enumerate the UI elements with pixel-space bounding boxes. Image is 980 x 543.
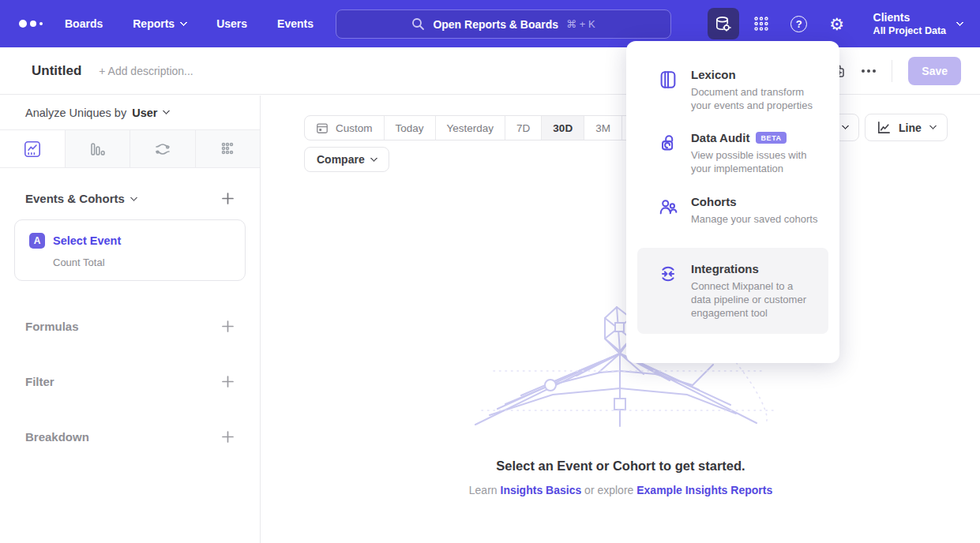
- events-cohorts-label: Events & Cohorts: [25, 192, 125, 205]
- tab-bar-chart[interactable]: [65, 130, 130, 167]
- calendar-icon: [316, 122, 329, 134]
- add-description-field[interactable]: + Add description...: [99, 65, 193, 77]
- search-icon: [411, 17, 425, 31]
- chart-type-tabs: [0, 130, 260, 168]
- tab-metrics-grid[interactable]: [195, 130, 261, 167]
- integrations-title: Integrations: [691, 262, 759, 275]
- plus-icon: [221, 375, 235, 388]
- analyze-uniques-row: Analyze Uniques by User: [0, 95, 260, 130]
- navbar-right: ? ⚙ Clients All Project Data: [708, 0, 980, 47]
- date-range-control: Custom Today Yesterday 7D 30D 3M 6M: [304, 115, 660, 140]
- flow-chart-icon: [153, 140, 172, 159]
- date-today-button[interactable]: Today: [384, 116, 435, 140]
- event-card[interactable]: A Select Event Count Total: [14, 219, 246, 281]
- project-subtitle: All Project Data: [873, 24, 946, 37]
- search-shortcut: ⌘ + K: [566, 18, 595, 30]
- menu-item-integrations[interactable]: Integrations Connect Mixpanel to a data …: [637, 248, 828, 334]
- subtext-prefix: Learn: [469, 484, 501, 496]
- events-cohorts-header[interactable]: Events & Cohorts: [25, 192, 137, 205]
- report-title[interactable]: Untitled: [32, 63, 81, 79]
- chart-style-dropdown[interactable]: Line: [865, 114, 948, 141]
- nav-reports[interactable]: Reports: [133, 17, 186, 30]
- date-3m-button[interactable]: 3M: [584, 116, 621, 140]
- search-placeholder: Open Reports & Boards: [433, 18, 558, 31]
- menu-item-cohorts[interactable]: Cohorts Manage your saved cohorts: [626, 195, 839, 226]
- project-selector[interactable]: Clients All Project Data: [873, 11, 963, 37]
- add-breakdown-button[interactable]: [221, 430, 235, 444]
- subtext-middle: or explore: [581, 484, 636, 496]
- nav-reports-label: Reports: [133, 17, 175, 30]
- data-audit-title: Data Audit: [691, 131, 749, 144]
- date-30d-button[interactable]: 30D: [541, 116, 584, 140]
- example-reports-link[interactable]: Example Insights Reports: [636, 484, 772, 496]
- analyze-prefix: Analyze Uniques by: [25, 107, 126, 119]
- mixpanel-insights-app: Boards Reports Users Events Open Reports…: [0, 0, 980, 543]
- add-formula-button[interactable]: [221, 320, 235, 333]
- data-management-button[interactable]: [708, 8, 739, 39]
- date-7d-button[interactable]: 7D: [505, 116, 541, 140]
- lexicon-description: Document and transform your events and p…: [691, 85, 824, 112]
- nav-users[interactable]: Users: [216, 17, 247, 30]
- tab-insights-line[interactable]: [0, 130, 65, 167]
- nav-boards[interactable]: Boards: [65, 17, 103, 30]
- plus-icon: [221, 430, 235, 444]
- insights-chart-icon: [23, 140, 42, 159]
- compare-label: Compare: [317, 153, 365, 166]
- empty-state-heading: Select an Event or Cohort to get started…: [261, 459, 980, 474]
- more-menu-button[interactable]: [862, 69, 876, 73]
- nav-users-label: Users: [216, 17, 247, 30]
- compare-dropdown[interactable]: Compare: [304, 147, 389, 172]
- analyze-value: User: [132, 107, 157, 119]
- help-button[interactable]: ?: [783, 8, 815, 39]
- chevron-down-icon: [130, 194, 137, 202]
- menu-item-data-audit[interactable]: Data Audit BETA View possible issues wit…: [626, 131, 839, 175]
- date-yesterday-button[interactable]: Yesterday: [435, 116, 505, 140]
- date-custom-label: Custom: [336, 122, 373, 134]
- chevron-down-icon: [163, 107, 171, 115]
- date-custom-button[interactable]: Custom: [305, 116, 384, 140]
- query-sidebar: Analyze Uniques by User: [0, 95, 261, 543]
- analyze-by-dropdown[interactable]: User: [132, 107, 169, 119]
- nav-events-label: Events: [277, 17, 314, 30]
- chevron-down-icon: [370, 154, 377, 162]
- chevron-down-icon: [180, 18, 188, 26]
- count-total-label[interactable]: Count Total: [53, 257, 231, 268]
- bar-chart-icon: [88, 140, 107, 159]
- nav-boards-label: Boards: [65, 17, 103, 30]
- data-audit-description: View possible issues with your implement…: [691, 148, 824, 175]
- breakdown-label: Breakdown: [25, 430, 89, 444]
- save-button[interactable]: Save: [908, 57, 961, 85]
- integrations-description: Connect Mixpanel to a data pipeline or c…: [691, 279, 816, 320]
- divider: [892, 60, 892, 82]
- top-navbar: Boards Reports Users Events Open Reports…: [0, 0, 980, 47]
- chevron-down-icon: [929, 122, 937, 130]
- menu-item-lexicon[interactable]: Lexicon Document and transform your even…: [626, 68, 839, 112]
- add-event-button[interactable]: [221, 192, 235, 205]
- cohorts-title: Cohorts: [691, 195, 737, 208]
- line-chart-icon: [877, 120, 892, 135]
- event-series-badge: A: [29, 233, 45, 249]
- plus-icon: [221, 192, 235, 205]
- nav-events[interactable]: Events: [277, 17, 314, 30]
- data-management-menu: Lexicon Document and transform your even…: [626, 41, 839, 363]
- search-input[interactable]: Open Reports & Boards ⌘ + K: [336, 9, 671, 39]
- add-filter-button[interactable]: [221, 375, 235, 388]
- integrations-sync-icon: [658, 264, 678, 284]
- help-icon: ?: [790, 16, 807, 32]
- plus-icon: [221, 320, 235, 333]
- primary-nav: Boards Reports Users Events: [65, 17, 314, 30]
- select-event-label[interactable]: Select Event: [53, 234, 121, 247]
- empty-state-subtext: Learn Insights Basics or explore Example…: [261, 484, 980, 496]
- events-cohorts-section: Events & Cohorts: [0, 168, 260, 205]
- tab-flow-chart[interactable]: [130, 130, 195, 167]
- ellipsis-icon: [862, 69, 876, 73]
- help-glyph: ?: [796, 18, 802, 30]
- insights-basics-link[interactable]: Insights Basics: [501, 484, 582, 496]
- filter-label: Filter: [25, 375, 54, 388]
- data-audit-icon: [658, 133, 678, 153]
- apps-grid-button[interactable]: [745, 8, 777, 39]
- settings-button[interactable]: ⚙: [821, 8, 853, 39]
- project-title: Clients: [873, 11, 946, 24]
- mixpanel-logo-icon[interactable]: [19, 20, 54, 28]
- chevron-down-icon: [956, 18, 964, 26]
